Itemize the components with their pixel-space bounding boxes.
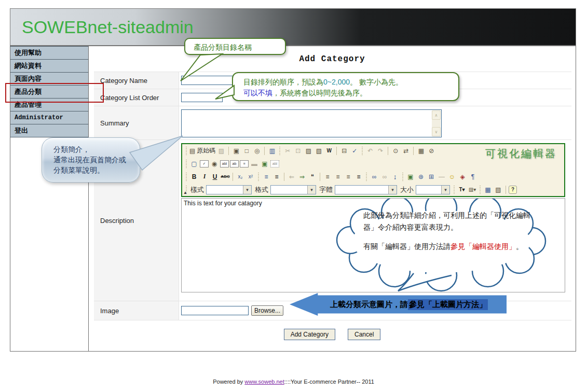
- font-combo-box[interactable]: ▾: [335, 185, 397, 194]
- order-tip-optional: 可以不填: [243, 89, 272, 97]
- form-icon[interactable]: ▢: [189, 159, 199, 168]
- radio-button-icon[interactable]: ◉: [210, 159, 219, 168]
- cancel-button[interactable]: Cancel: [348, 329, 380, 340]
- footer-powered-text: Powered by: [213, 379, 244, 385]
- size-combo-box[interactable]: ▾: [416, 185, 450, 194]
- horizontal-rule-icon[interactable]: —: [437, 172, 446, 181]
- bold-icon[interactable]: B: [189, 172, 199, 181]
- text-field-icon[interactable]: abl: [220, 160, 229, 167]
- bulleted-list-icon[interactable]: ≡: [272, 172, 281, 181]
- templates-icon[interactable]: ▥: [267, 146, 277, 155]
- textarea-icon[interactable]: ab: [230, 160, 239, 167]
- sidebar-item-product-management[interactable]: 產品管理: [10, 99, 88, 111]
- sidebar-item-product-category[interactable]: 產品分類: [10, 86, 88, 99]
- sidebar-item-site-info[interactable]: 網站資料: [10, 60, 88, 73]
- scroll-up-icon[interactable]: ∧: [432, 110, 441, 120]
- align-justify-icon[interactable]: ≡: [354, 172, 363, 181]
- strikethrough-icon[interactable]: ABC: [221, 172, 230, 181]
- select-all-icon[interactable]: ▦: [416, 146, 426, 155]
- select-field-icon[interactable]: ≡: [240, 160, 249, 167]
- paste-icon[interactable]: ▨: [216, 146, 226, 155]
- editor-watermark: 可視化編輯器: [485, 147, 557, 161]
- superscript-icon[interactable]: x²: [246, 172, 255, 181]
- paste-word-icon[interactable]: W: [324, 146, 334, 155]
- maximize-icon[interactable]: ▦: [483, 185, 493, 194]
- chevron-down-icon[interactable]: ▾: [441, 186, 449, 194]
- smiley-icon[interactable]: ☺: [447, 172, 457, 181]
- align-left-icon[interactable]: ≡: [323, 172, 332, 181]
- button-icon[interactable]: ▬: [250, 159, 259, 168]
- hidden-field-icon[interactable]: abl: [270, 160, 279, 167]
- page-break-icon[interactable]: ¶: [468, 172, 477, 181]
- undo-icon[interactable]: ↶: [365, 146, 375, 155]
- editor-toolbar-row-4: 樣式▾格式▾字體▾大小▾T▾▨▾▦▧?: [182, 183, 564, 196]
- blockquote-icon[interactable]: “: [308, 172, 317, 181]
- image-tip-text: 上載分類示意圖片，請: [330, 300, 408, 310]
- numbered-list-icon[interactable]: ≡: [262, 172, 271, 181]
- copy-icon[interactable]: ⊡: [293, 146, 303, 155]
- new-page-icon[interactable]: □: [242, 146, 251, 155]
- collapse-handle-icon[interactable]: ▲: [183, 190, 187, 195]
- preview-icon[interactable]: ◎: [252, 146, 262, 155]
- category-list-order-label: Category List Order: [94, 89, 179, 106]
- spell-check-icon[interactable]: ✓: [350, 146, 359, 155]
- paste-plain-icon[interactable]: ▨: [304, 146, 313, 155]
- save-icon[interactable]: ▣: [231, 146, 241, 155]
- decrease-indent-icon[interactable]: ⇐: [287, 172, 296, 181]
- unlink-icon[interactable]: ∞: [380, 172, 389, 181]
- help-icon[interactable]: ?: [509, 186, 517, 194]
- source-button[interactable]: ▤原始碼: [189, 146, 215, 155]
- sidebar-item-help[interactable]: 使用幫助: [10, 47, 88, 60]
- source-button-label: 原始碼: [197, 146, 215, 155]
- style-combo-box[interactable]: ▾: [206, 185, 252, 194]
- toolbar-separator: [336, 147, 337, 155]
- desc-tip-period: 。: [516, 242, 523, 250]
- align-right-icon[interactable]: ≡: [344, 172, 353, 181]
- image-icon[interactable]: ▣: [406, 172, 415, 181]
- replace-icon[interactable]: ⇄: [401, 146, 411, 155]
- add-category-button[interactable]: Add Category: [284, 329, 335, 340]
- font-combo-label: 字體: [319, 185, 333, 194]
- underline-icon[interactable]: U: [210, 172, 220, 181]
- style-combo-label: 樣式: [190, 185, 204, 194]
- description-text: This is text for your catagory: [184, 200, 262, 207]
- toolbar-grip: [366, 173, 367, 181]
- format-combo-box[interactable]: ▾: [270, 185, 316, 194]
- find-icon[interactable]: ⊙: [391, 146, 400, 155]
- summary-textarea[interactable]: ∧ ∨: [181, 109, 442, 137]
- footer-link[interactable]: www.soweb.net: [244, 379, 284, 385]
- flash-icon[interactable]: ⊛: [416, 172, 426, 181]
- cut-icon[interactable]: ✂: [283, 146, 292, 155]
- align-center-icon[interactable]: ≡: [333, 172, 343, 181]
- order-tip-text2: 。 數字小為先。: [350, 78, 403, 86]
- bg-color-icon[interactable]: ▨▾: [468, 185, 477, 194]
- print-icon[interactable]: ⊟: [339, 146, 349, 155]
- browse-button[interactable]: Browse...: [251, 305, 283, 316]
- description-callout-p2: 有關「編輯器」使用方法請參見「編輯器使用」。: [363, 241, 535, 253]
- increase-indent-icon[interactable]: ⇒: [297, 172, 307, 181]
- text-color-icon[interactable]: T▾: [457, 185, 467, 194]
- image-button-icon[interactable]: ▣: [260, 159, 269, 168]
- redo-icon[interactable]: ↷: [376, 146, 385, 155]
- page-preview-icon[interactable]: ▧: [494, 185, 503, 194]
- scroll-down-icon[interactable]: ∨: [432, 127, 441, 136]
- paste-text-icon[interactable]: ▧: [314, 146, 323, 155]
- italic-icon[interactable]: I: [200, 172, 209, 181]
- chevron-down-icon[interactable]: ▾: [388, 186, 397, 194]
- sidebar-item-administrator[interactable]: Administrator: [10, 111, 88, 124]
- summary-scrollbar[interactable]: ∧ ∨: [432, 110, 441, 136]
- sidebar-item-logout[interactable]: 登出: [10, 124, 88, 137]
- image-path-input[interactable]: [181, 306, 249, 315]
- remove-format-icon[interactable]: ⊘: [427, 146, 436, 155]
- subscript-icon[interactable]: x₂: [236, 172, 245, 181]
- rich-text-editor: ▤原始碼▨▣□◎▥✂⊡▨▧W⊟✓↶↷⊙⇄▦⊘ ▢✓◉ablab≡▬▣abl BI…: [181, 143, 565, 197]
- checkbox-icon[interactable]: ✓: [200, 160, 209, 167]
- special-char-icon[interactable]: ◈: [458, 172, 467, 181]
- link-icon[interactable]: ∞: [370, 172, 379, 181]
- sidebar-item-page-content[interactable]: 頁面內容: [10, 73, 88, 86]
- table-icon[interactable]: ⊞: [427, 172, 436, 181]
- anchor-icon[interactable]: ↨: [390, 172, 400, 181]
- chevron-down-icon[interactable]: ▾: [243, 186, 251, 194]
- chevron-down-icon[interactable]: ▾: [307, 186, 316, 194]
- page-title: Add Category: [89, 54, 576, 64]
